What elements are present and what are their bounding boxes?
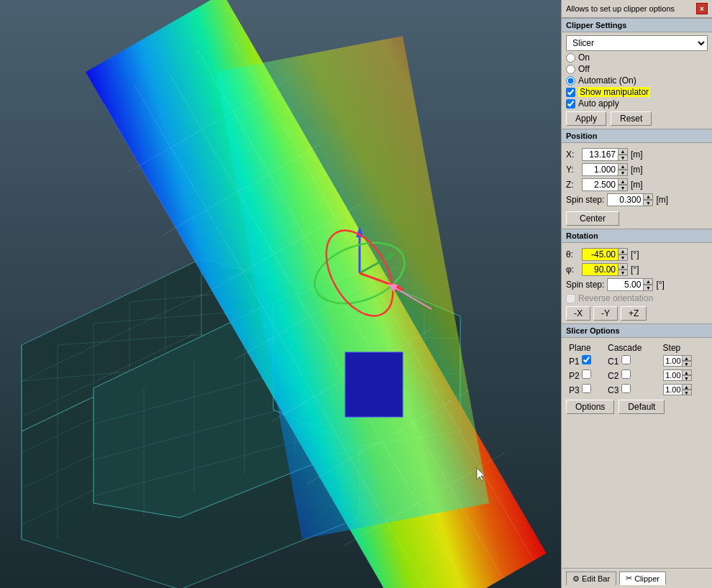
radio-on-label: On	[578, 52, 590, 63]
theta-spinners: ▲ ▼	[618, 248, 628, 261]
panel-title-bar: Allows to set up clipper options ×	[562, 0, 712, 18]
radio-off-row: Off	[566, 64, 708, 74]
center-button[interactable]: Center	[566, 211, 619, 226]
pos-z-button[interactable]: +Z	[621, 306, 647, 321]
clipper-settings-header: Clipper Settings	[562, 19, 712, 32]
neg-y-button[interactable]: -Y	[593, 306, 618, 321]
x-input-wrap: ▲ ▼	[582, 148, 628, 161]
theta-spin-up[interactable]: ▲	[618, 248, 628, 254]
step2-spin-down[interactable]: ▼	[682, 375, 692, 381]
edit-bar-icon: ⚙	[572, 574, 580, 584]
z-spinners: ▲ ▼	[618, 178, 628, 191]
position-header: Position	[562, 129, 712, 143]
position-spin-step-row: Spin step: ▲ ▼ [m]	[566, 193, 708, 206]
reverse-orientation-label: Reverse orientation	[578, 293, 653, 303]
col-cascade-header: Cascade	[605, 342, 660, 354]
step1-spin-down[interactable]: ▼	[682, 361, 692, 367]
rotation-step-input-wrap: ▲ ▼	[607, 278, 653, 291]
x-spin-up[interactable]: ▲	[618, 148, 628, 155]
neg-x-button[interactable]: -X	[566, 306, 590, 321]
position-section: Position X: ▲ ▼ [m] Y:	[562, 129, 712, 229]
z-field-row: Z: ▲ ▼ [m]	[566, 178, 708, 191]
edit-bar-tab[interactable]: ⚙ Edit Bar	[566, 571, 616, 585]
edit-bar-label: Edit Bar	[582, 574, 610, 583]
p2-checkbox[interactable]	[582, 369, 591, 379]
rotation-content: θ: ▲ ▼ [°] φ: ▲ ▼	[562, 243, 712, 323]
slicer-options-header: Slicer Options	[562, 324, 712, 338]
p1-cell: P1	[566, 354, 605, 368]
position-step-spin-down[interactable]: ▼	[643, 200, 653, 206]
position-step-spin-up[interactable]: ▲	[643, 193, 653, 200]
step2-wrap: ▲ ▼	[663, 369, 692, 381]
radio-automatic[interactable]	[566, 76, 575, 86]
apply-reset-row: Apply Reset	[566, 111, 708, 126]
clipper-settings-section: Clipper Settings Slicer Box Sphere On Of…	[562, 18, 712, 129]
rotation-step-spin-down[interactable]: ▼	[643, 285, 653, 291]
theta-unit: [°]	[631, 249, 639, 259]
clipper-settings-content: Slicer Box Sphere On Off Automatic (On) …	[562, 32, 712, 129]
show-manipulator-checkbox[interactable]	[566, 88, 575, 97]
y-spin-up[interactable]: ▲	[618, 163, 628, 170]
y-field-row: Y: ▲ ▼ [m]	[566, 163, 708, 176]
right-panel: Allows to set up clipper options × Clipp…	[561, 0, 712, 588]
phi-spin-up[interactable]: ▲	[618, 263, 628, 270]
theta-field-row: θ: ▲ ▼ [°]	[566, 248, 708, 261]
apply-button[interactable]: Apply	[566, 111, 606, 126]
rotation-spin-step-label: Spin step:	[566, 280, 604, 290]
3d-viewport[interactable]	[0, 0, 561, 588]
options-button[interactable]: Options	[566, 400, 614, 414]
theta-spin-down[interactable]: ▼	[618, 254, 628, 261]
z-spin-up[interactable]: ▲	[618, 178, 628, 185]
c1-cell: C1	[605, 354, 660, 368]
auto-apply-checkbox[interactable]	[566, 99, 575, 109]
position-step-spinners: ▲ ▼	[643, 193, 653, 206]
default-button[interactable]: Default	[619, 400, 665, 414]
position-step-unit: [m]	[656, 195, 668, 205]
p3-checkbox[interactable]	[582, 384, 591, 393]
x-spinners: ▲ ▼	[618, 148, 628, 161]
slicer-bottom-buttons: Options Default	[566, 400, 708, 414]
slicer-options-content: Plane Cascade Step P1 C1	[562, 338, 712, 417]
p3-cell: P3	[566, 382, 605, 397]
y-unit: [m]	[631, 165, 643, 175]
step2-spin-up[interactable]: ▲	[682, 369, 692, 375]
c1-checkbox[interactable]	[621, 355, 631, 364]
reverse-orientation-row: Reverse orientation	[566, 293, 708, 303]
col-step-header: Step	[660, 342, 708, 354]
p2-cell: P2	[566, 368, 605, 382]
y-spinners: ▲ ▼	[618, 163, 628, 176]
c2-checkbox[interactable]	[621, 369, 631, 379]
c3-checkbox[interactable]	[621, 384, 631, 393]
rotation-step-spin-up[interactable]: ▲	[643, 278, 653, 285]
radio-off[interactable]	[566, 65, 575, 74]
radio-on[interactable]	[566, 53, 575, 63]
reset-button[interactable]: Reset	[611, 111, 652, 126]
clipper-type-dropdown[interactable]: Slicer Box Sphere	[566, 35, 708, 51]
panel-title: Allows to set up clipper options	[566, 4, 675, 13]
rotation-step-spinners: ▲ ▼	[643, 278, 653, 291]
table-row: P2 C2 ▲ ▼	[566, 368, 708, 382]
z-unit: [m]	[631, 180, 643, 190]
radio-automatic-row: Automatic (On)	[566, 75, 708, 86]
clipper-tab[interactable]: ✂ Clipper	[619, 571, 666, 585]
axis-buttons-row: -X -Y +Z	[566, 306, 708, 321]
radio-off-label: Off	[578, 64, 590, 74]
svg-rect-61	[345, 352, 403, 417]
auto-apply-label: Auto apply	[578, 98, 619, 109]
z-spin-down[interactable]: ▼	[618, 185, 628, 191]
step3-spin-down[interactable]: ▼	[682, 390, 692, 395]
y-spin-down[interactable]: ▼	[618, 170, 628, 176]
step3-cell: ▲ ▼	[660, 382, 708, 397]
theta-label: θ:	[566, 249, 582, 259]
close-button[interactable]: ×	[696, 3, 708, 14]
x-spin-down[interactable]: ▼	[618, 155, 628, 161]
y-label: Y:	[566, 165, 582, 175]
step2-spinners: ▲ ▼	[682, 369, 692, 381]
phi-spin-down[interactable]: ▼	[618, 270, 628, 276]
reverse-orientation-checkbox[interactable]	[566, 294, 575, 303]
step3-spin-up[interactable]: ▲	[682, 384, 692, 390]
step2-cell: ▲ ▼	[660, 368, 708, 382]
step1-spin-up[interactable]: ▲	[682, 355, 692, 361]
bottom-tab-bar: ⚙ Edit Bar ✂ Clipper	[562, 568, 712, 588]
p1-checkbox[interactable]	[582, 355, 591, 364]
